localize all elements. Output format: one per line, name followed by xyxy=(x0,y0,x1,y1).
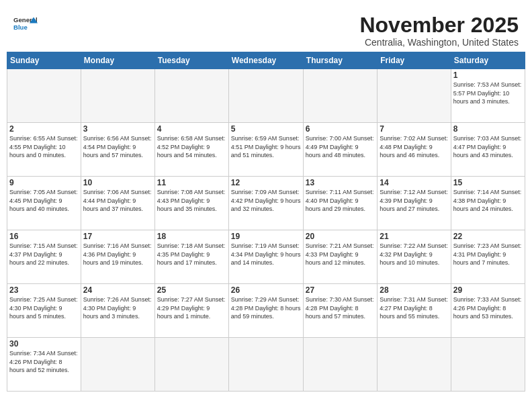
calendar-cell: 7Sunrise: 7:02 AM Sunset: 4:48 PM Daylig… xyxy=(378,123,451,177)
day-number: 7 xyxy=(380,124,448,134)
day-number: 22 xyxy=(453,232,523,241)
day-number: 26 xyxy=(231,285,301,295)
week-row-5: 23Sunrise: 7:25 AM Sunset: 4:30 PM Dayli… xyxy=(7,284,525,338)
week-row-1: 1Sunrise: 7:53 AM Sunset: 5:57 PM Daylig… xyxy=(7,69,525,123)
calendar-cell: 20Sunrise: 7:21 AM Sunset: 4:33 PM Dayli… xyxy=(303,230,377,284)
day-info: Sunrise: 7:23 AM Sunset: 4:31 PM Dayligh… xyxy=(453,242,523,267)
day-number: 23 xyxy=(9,285,79,295)
calendar-cell: 13Sunrise: 7:11 AM Sunset: 4:40 PM Dayli… xyxy=(303,177,377,230)
day-info: Sunrise: 6:58 AM Sunset: 4:52 PM Dayligh… xyxy=(157,134,226,160)
day-info: Sunrise: 7:05 AM Sunset: 4:45 PM Dayligh… xyxy=(9,188,79,214)
day-info: Sunrise: 7:11 AM Sunset: 4:40 PM Dayligh… xyxy=(306,188,375,214)
calendar-cell: 29Sunrise: 7:33 AM Sunset: 4:26 PM Dayli… xyxy=(451,284,525,338)
calendar-cell xyxy=(154,69,228,123)
calendar-cell: 23Sunrise: 7:25 AM Sunset: 4:30 PM Dayli… xyxy=(7,284,81,338)
calendar-cell: 19Sunrise: 7:19 AM Sunset: 4:34 PM Dayli… xyxy=(228,230,303,284)
day-number: 25 xyxy=(157,285,226,295)
calendar-cell: 2Sunrise: 6:55 AM Sunset: 4:55 PM Daylig… xyxy=(7,123,81,177)
calendar-cell: 1Sunrise: 7:53 AM Sunset: 5:57 PM Daylig… xyxy=(451,69,525,123)
calendar-cell: 3Sunrise: 6:56 AM Sunset: 4:54 PM Daylig… xyxy=(81,123,154,177)
calendar-cell: 30Sunrise: 7:34 AM Sunset: 4:26 PM Dayli… xyxy=(7,338,81,392)
day-info: Sunrise: 7:06 AM Sunset: 4:44 PM Dayligh… xyxy=(83,188,152,214)
calendar-cell: 28Sunrise: 7:31 AM Sunset: 4:27 PM Dayli… xyxy=(378,284,451,338)
day-number: 10 xyxy=(83,178,152,187)
day-info: Sunrise: 7:31 AM Sunset: 4:27 PM Dayligh… xyxy=(380,295,448,321)
calendar-cell xyxy=(81,338,154,392)
calendar-cell: 6Sunrise: 7:00 AM Sunset: 4:49 PM Daylig… xyxy=(303,123,377,177)
calendar-cell: 9Sunrise: 7:05 AM Sunset: 4:45 PM Daylig… xyxy=(7,177,81,230)
day-number: 29 xyxy=(453,285,523,295)
week-row-6: 30Sunrise: 7:34 AM Sunset: 4:26 PM Dayli… xyxy=(7,338,525,392)
day-info: Sunrise: 7:08 AM Sunset: 4:43 PM Dayligh… xyxy=(157,188,226,214)
day-info: Sunrise: 7:27 AM Sunset: 4:29 PM Dayligh… xyxy=(157,295,226,321)
calendar-cell xyxy=(228,338,303,392)
header: General Blue November 2025 Centralia, Wa… xyxy=(7,7,525,52)
day-info: Sunrise: 7:16 AM Sunset: 4:36 PM Dayligh… xyxy=(83,242,152,267)
calendar-cell xyxy=(303,69,377,123)
day-number: 19 xyxy=(231,232,301,241)
calendar-cell: 8Sunrise: 7:03 AM Sunset: 4:47 PM Daylig… xyxy=(451,123,525,177)
calendar-cell xyxy=(7,69,81,123)
day-number: 30 xyxy=(9,339,79,349)
day-number: 11 xyxy=(157,178,226,187)
calendar-cell: 18Sunrise: 7:18 AM Sunset: 4:35 PM Dayli… xyxy=(154,230,228,284)
month-title: November 2025 xyxy=(359,13,519,37)
calendar-cell: 4Sunrise: 6:58 AM Sunset: 4:52 PM Daylig… xyxy=(154,123,228,177)
day-info: Sunrise: 7:26 AM Sunset: 4:30 PM Dayligh… xyxy=(83,295,152,321)
day-info: Sunrise: 7:21 AM Sunset: 4:33 PM Dayligh… xyxy=(306,242,375,267)
day-number: 3 xyxy=(83,124,152,134)
day-number: 15 xyxy=(453,178,523,187)
calendar-cell: 11Sunrise: 7:08 AM Sunset: 4:43 PM Dayli… xyxy=(154,177,228,230)
week-row-3: 9Sunrise: 7:05 AM Sunset: 4:45 PM Daylig… xyxy=(7,177,525,230)
day-number: 14 xyxy=(380,178,448,187)
day-info: Sunrise: 7:12 AM Sunset: 4:39 PM Dayligh… xyxy=(380,188,448,214)
day-number: 8 xyxy=(453,124,523,134)
calendar-cell: 25Sunrise: 7:27 AM Sunset: 4:29 PM Dayli… xyxy=(154,284,228,338)
day-info: Sunrise: 7:00 AM Sunset: 4:49 PM Dayligh… xyxy=(306,134,375,160)
calendar-cell xyxy=(81,69,154,123)
day-number: 12 xyxy=(231,178,301,187)
day-info: Sunrise: 7:34 AM Sunset: 4:26 PM Dayligh… xyxy=(9,349,79,375)
day-number: 16 xyxy=(9,232,79,241)
calendar-cell xyxy=(451,338,525,392)
title-area: November 2025 Centralia, Washington, Uni… xyxy=(359,13,519,48)
day-number: 20 xyxy=(306,232,375,241)
day-info: Sunrise: 7:14 AM Sunset: 4:38 PM Dayligh… xyxy=(453,188,523,214)
calendar-cell: 22Sunrise: 7:23 AM Sunset: 4:31 PM Dayli… xyxy=(451,230,525,284)
day-number: 18 xyxy=(157,232,226,241)
calendar-cell: 15Sunrise: 7:14 AM Sunset: 4:38 PM Dayli… xyxy=(451,177,525,230)
subtitle: Centralia, Washington, United States xyxy=(359,37,519,48)
day-info: Sunrise: 7:25 AM Sunset: 4:30 PM Dayligh… xyxy=(9,295,79,321)
generalblue-logo-icon: General Blue xyxy=(13,15,38,34)
weekday-header-thursday: Thursday xyxy=(303,52,377,69)
day-info: Sunrise: 6:55 AM Sunset: 4:55 PM Dayligh… xyxy=(9,134,79,160)
weekday-header-wednesday: Wednesday xyxy=(228,52,303,69)
day-number: 27 xyxy=(306,285,375,295)
day-info: Sunrise: 7:15 AM Sunset: 4:37 PM Dayligh… xyxy=(9,242,79,267)
calendar-cell xyxy=(378,338,451,392)
calendar: SundayMondayTuesdayWednesdayThursdayFrid… xyxy=(7,52,525,392)
day-number: 4 xyxy=(157,124,226,134)
calendar-cell: 21Sunrise: 7:22 AM Sunset: 4:32 PM Dayli… xyxy=(378,230,451,284)
logo: General Blue xyxy=(13,13,38,34)
day-info: Sunrise: 7:22 AM Sunset: 4:32 PM Dayligh… xyxy=(380,242,448,267)
day-info: Sunrise: 7:09 AM Sunset: 4:42 PM Dayligh… xyxy=(231,188,301,214)
day-number: 9 xyxy=(9,178,79,187)
calendar-cell: 26Sunrise: 7:29 AM Sunset: 4:28 PM Dayli… xyxy=(228,284,303,338)
calendar-cell xyxy=(303,338,377,392)
weekday-header-row: SundayMondayTuesdayWednesdayThursdayFrid… xyxy=(7,52,525,69)
calendar-cell: 12Sunrise: 7:09 AM Sunset: 4:42 PM Dayli… xyxy=(228,177,303,230)
day-info: Sunrise: 6:59 AM Sunset: 4:51 PM Dayligh… xyxy=(231,134,301,160)
calendar-cell xyxy=(154,338,228,392)
weekday-header-saturday: Saturday xyxy=(451,52,525,69)
calendar-cell: 17Sunrise: 7:16 AM Sunset: 4:36 PM Dayli… xyxy=(81,230,154,284)
calendar-cell: 5Sunrise: 6:59 AM Sunset: 4:51 PM Daylig… xyxy=(228,123,303,177)
calendar-cell: 24Sunrise: 7:26 AM Sunset: 4:30 PM Dayli… xyxy=(81,284,154,338)
day-info: Sunrise: 7:03 AM Sunset: 4:47 PM Dayligh… xyxy=(453,134,523,160)
week-row-2: 2Sunrise: 6:55 AM Sunset: 4:55 PM Daylig… xyxy=(7,123,525,177)
week-row-4: 16Sunrise: 7:15 AM Sunset: 4:37 PM Dayli… xyxy=(7,230,525,284)
calendar-cell: 14Sunrise: 7:12 AM Sunset: 4:39 PM Dayli… xyxy=(378,177,451,230)
day-info: Sunrise: 7:53 AM Sunset: 5:57 PM Dayligh… xyxy=(453,81,523,106)
day-info: Sunrise: 7:19 AM Sunset: 4:34 PM Dayligh… xyxy=(231,242,301,267)
calendar-cell: 16Sunrise: 7:15 AM Sunset: 4:37 PM Dayli… xyxy=(7,230,81,284)
